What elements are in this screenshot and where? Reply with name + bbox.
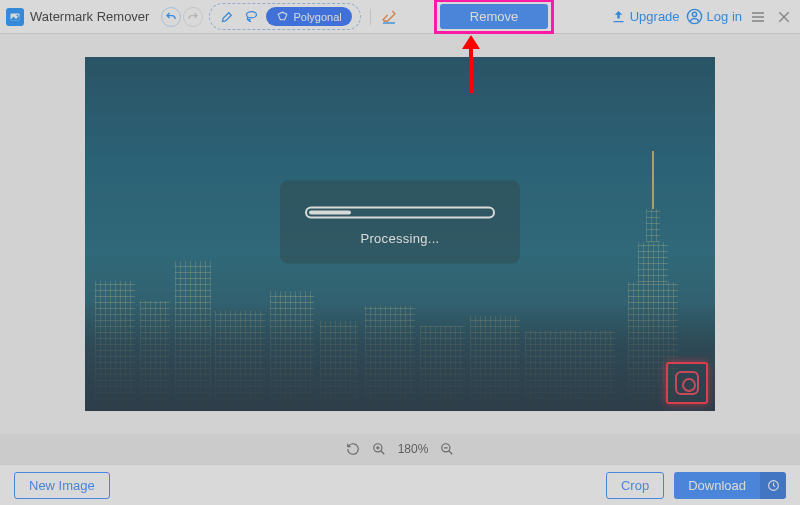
- bottom-bar: New Image Crop Download: [0, 464, 800, 505]
- crop-button[interactable]: Crop: [606, 472, 664, 499]
- new-image-button[interactable]: New Image: [14, 472, 110, 499]
- polygonal-tool-button[interactable]: Polygonal: [266, 7, 351, 26]
- polygonal-label: Polygonal: [293, 11, 341, 23]
- eraser-tool-icon[interactable]: [380, 8, 398, 26]
- login-label: Log in: [707, 9, 742, 24]
- rotate-icon[interactable]: [346, 442, 360, 456]
- login-link[interactable]: Log in: [686, 8, 742, 25]
- undo-button[interactable]: [161, 7, 181, 27]
- download-button[interactable]: Download: [674, 472, 760, 499]
- app-logo-icon: [6, 8, 24, 26]
- work-area: Processing...: [0, 34, 800, 434]
- lasso-tool-icon[interactable]: [242, 8, 260, 26]
- zoom-in-icon[interactable]: [372, 442, 386, 456]
- download-options-icon[interactable]: [760, 472, 786, 499]
- user-icon: [686, 8, 703, 25]
- zoom-value: 180%: [398, 442, 429, 456]
- svg-point-4: [692, 12, 696, 16]
- upgrade-label: Upgrade: [630, 9, 680, 24]
- download-group: Download: [674, 472, 786, 499]
- menu-icon[interactable]: [748, 7, 768, 27]
- svg-point-1: [17, 14, 19, 16]
- processing-label: Processing...: [302, 231, 498, 246]
- svg-point-2: [246, 12, 256, 18]
- toolbar-divider: [370, 9, 371, 25]
- redo-button[interactable]: [183, 7, 203, 27]
- remove-button[interactable]: Remove: [440, 4, 548, 29]
- processing-overlay: Processing...: [280, 181, 520, 264]
- top-toolbar: Watermark Remover Polygonal Remove Upgra…: [0, 0, 800, 34]
- close-icon[interactable]: [774, 7, 794, 27]
- watermark-instagram-icon: [666, 362, 708, 404]
- zoom-out-icon[interactable]: [440, 442, 454, 456]
- app-title: Watermark Remover: [30, 9, 149, 24]
- brush-tool-icon[interactable]: [218, 8, 236, 26]
- selection-tools-group: Polygonal: [209, 3, 360, 30]
- upload-icon: [611, 9, 626, 24]
- undo-redo-group: [161, 7, 203, 27]
- progress-bar: [305, 207, 495, 219]
- zoom-bar: 180%: [0, 434, 800, 464]
- upgrade-link[interactable]: Upgrade: [611, 9, 680, 24]
